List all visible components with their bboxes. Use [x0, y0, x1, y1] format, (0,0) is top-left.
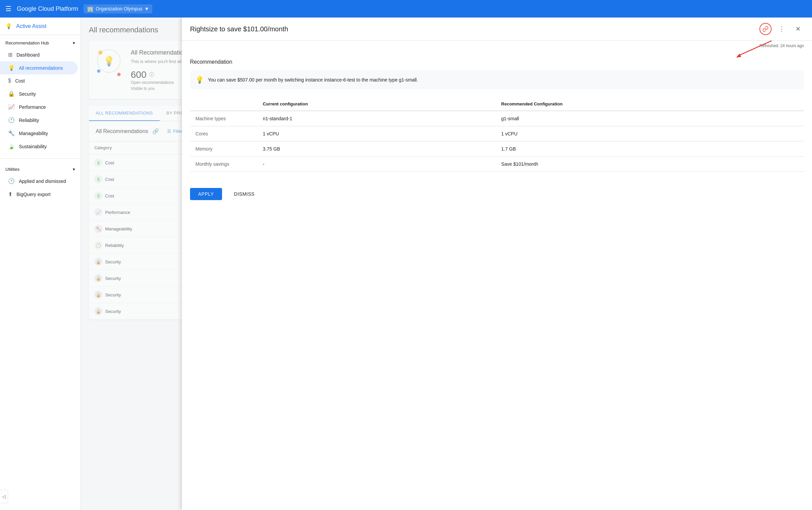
category-icon-cost: $: [94, 175, 103, 183]
category-icon-performance: 📈: [94, 208, 103, 216]
sidebar-item-manageability[interactable]: 🔧 Manageability: [0, 127, 78, 140]
sidebar-item-all-recommendations-label: All recommendations: [19, 65, 63, 71]
recommendation-section-title: Recommendation: [190, 59, 804, 65]
category-label: Security: [105, 292, 121, 297]
active-assist-icon: 💡: [5, 23, 12, 29]
category-label: Manageability: [105, 227, 132, 232]
org-dropdown-icon: ▼: [145, 6, 149, 11]
category-icon-cost: $: [94, 192, 103, 200]
sidebar-item-dashboard-label: Dashboard: [17, 52, 40, 58]
category-icon-security: 🔒: [94, 274, 103, 282]
dot-yellow: [98, 51, 103, 55]
filter-icon: ☰: [167, 129, 171, 134]
config-table-row: Monthly savings - Save $101/month: [190, 157, 804, 172]
hamburger-menu[interactable]: ☰: [5, 5, 11, 13]
category-label: Security: [105, 259, 121, 264]
detail-title: Rightsize to save $101.00/month: [190, 25, 288, 33]
recommendation-hub-section: Recommendation Hub ▾ ⊞ Dashboard 💡 All r…: [0, 35, 81, 156]
app-title: Google Cloud Platform: [17, 5, 78, 12]
category-label: Cost: [105, 160, 114, 166]
sidebar-item-bigquery-export[interactable]: ⬆ BigQuery export: [0, 188, 78, 201]
sidebar-item-security-label: Security: [19, 91, 36, 97]
reliability-icon: 🕐: [8, 117, 15, 123]
category-icon-manageability: 🔧: [94, 225, 103, 233]
config-row-label: Monthly savings: [190, 157, 257, 172]
utilities-chevron: ▾: [73, 167, 75, 172]
category-label: Security: [105, 309, 121, 314]
recommendation-hub-label: Recommendation Hub: [5, 40, 49, 46]
arrow-annotation-container: Refreshed: 24 hours ago: [182, 41, 812, 51]
bulb-icon: 💡: [196, 76, 204, 84]
open-recs-count: 600: [131, 69, 147, 80]
config-row-recommended: 1.7 GB: [496, 142, 804, 157]
recommendation-hub-header[interactable]: Recommendation Hub ▾: [0, 38, 81, 48]
config-row-label: Cores: [190, 126, 257, 142]
sidebar-item-manageability-label: Manageability: [19, 131, 48, 136]
tab-all-recommendations[interactable]: ALL RECOMMENDATIONS: [89, 106, 160, 121]
dashboard-icon: ⊞: [8, 52, 12, 58]
sidebar: 💡 Active Assist Recommendation Hub ▾ ⊞ D…: [0, 18, 81, 510]
link-icon[interactable]: 🔗: [152, 128, 159, 134]
sidebar-item-security[interactable]: 🔒 Security: [0, 87, 78, 100]
config-row-recommended: 1 vCPU: [496, 126, 804, 142]
performance-icon: 📈: [8, 104, 15, 110]
dot-blue: [97, 69, 100, 73]
sustainability-icon: 🍃: [8, 143, 15, 150]
config-row-current: 1 vCPU: [257, 126, 496, 142]
utilities-section: Utilities ▾ 🕐 Applied and dismissed ⬆ Bi…: [0, 161, 81, 204]
category-label: Cost: [105, 193, 114, 199]
collapse-sidebar-button[interactable]: ◁: [0, 490, 8, 503]
detail-panel: Rightsize to save $101.00/month ⋮ ✕ Refr…: [182, 18, 812, 510]
info-icon[interactable]: ⓘ: [149, 72, 154, 78]
category-icon-security: 🔒: [94, 258, 103, 266]
apply-button[interactable]: APPLY: [190, 188, 222, 200]
category-icon-cost: $: [94, 159, 103, 167]
category-icon-security: 🔒: [94, 307, 103, 315]
category-label: Performance: [105, 210, 130, 215]
config-row-label: Memory: [190, 142, 257, 157]
recs-card-table-title: All Recommendations: [96, 128, 148, 134]
recommendation-banner: 💡 You can save $507.00 per month by swit…: [190, 70, 804, 89]
config-table-row: Memory 3.75 GB 1.7 GB: [190, 142, 804, 157]
detail-wrapper: Rightsize to save $101.00/month ⋮ ✕ Refr…: [182, 18, 812, 208]
active-assist-title: Active Assist: [16, 23, 47, 29]
manageability-icon: 🔧: [8, 130, 15, 137]
sidebar-item-dashboard[interactable]: ⊞ Dashboard: [0, 48, 78, 61]
utilities-label: Utilities: [5, 167, 20, 172]
more-options-button[interactable]: ⋮: [776, 23, 788, 35]
config-col3-header: Recommended Configuration: [496, 97, 804, 111]
category-icon-security: 🔒: [94, 291, 103, 299]
recs-icon-circle: 💡: [97, 49, 121, 73]
category-label: Reliability: [105, 243, 124, 248]
close-button[interactable]: ✕: [792, 23, 804, 35]
sidebar-divider: [0, 158, 81, 159]
org-selector[interactable]: 🏢 Organization Olympus ▼: [84, 4, 152, 13]
sidebar-item-cost[interactable]: $ Cost: [0, 74, 78, 87]
utilities-header[interactable]: Utilities ▾: [0, 164, 81, 175]
dot-red: [117, 73, 121, 76]
sidebar-item-all-recommendations[interactable]: 💡 All recommendations: [0, 61, 78, 74]
detail-actions: ⋮ ✕: [759, 23, 804, 35]
config-row-recommended: g1-small: [496, 111, 804, 126]
sidebar-item-performance[interactable]: 📈 Performance: [0, 100, 78, 114]
sidebar-item-reliability[interactable]: 🕐 Reliability: [0, 114, 78, 127]
sidebar-item-performance-label: Performance: [19, 104, 46, 110]
sidebar-item-applied-dismissed[interactable]: 🕐 Applied and dismissed: [0, 175, 78, 188]
config-row-current: n1-standard-1: [257, 111, 496, 126]
all-recommendations-icon: 💡: [8, 65, 15, 71]
config-row-recommended: Save $101/month: [496, 157, 804, 172]
copy-link-button[interactable]: [759, 23, 772, 35]
config-row-current: -: [257, 157, 496, 172]
dismiss-button[interactable]: DISMISS: [226, 188, 263, 200]
cost-icon: $: [8, 78, 11, 84]
config-row-current: 3.75 GB: [257, 142, 496, 157]
recs-icon-area: 💡: [97, 49, 124, 76]
sidebar-item-cost-label: Cost: [15, 78, 25, 84]
filter-label: Filter: [173, 129, 183, 134]
category-label: Cost: [105, 177, 114, 182]
banner-text: You can save $507.00 per month by switch…: [208, 77, 418, 83]
recommendation-hub-chevron: ▾: [73, 40, 75, 46]
sidebar-item-applied-dismissed-label: Applied and dismissed: [19, 179, 66, 184]
sidebar-item-sustainability[interactable]: 🍃 Sustainability: [0, 140, 78, 153]
category-label: Security: [105, 276, 121, 281]
